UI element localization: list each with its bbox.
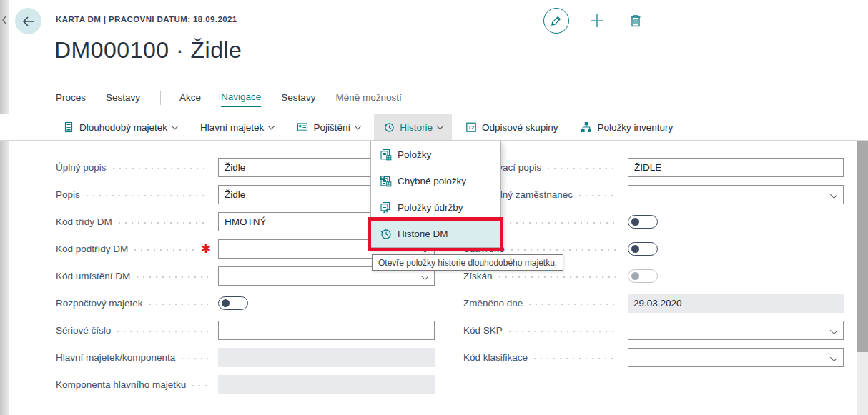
- kod-skp-select[interactable]: [628, 321, 844, 340]
- field-row-komponenta-hlavniho-majetku: Komponenta hlavního majetku: [56, 375, 435, 394]
- history-icon: [380, 228, 392, 240]
- dotted-leader: [511, 249, 618, 251]
- zmeneno-dne-field: 29.03.2020: [628, 294, 844, 313]
- toggle-knob: [631, 272, 639, 280]
- ziskan-toggle: [628, 269, 658, 283]
- menu-item-historie-dm[interactable]: Historie DM: [371, 221, 500, 247]
- field-value: Židle: [225, 189, 245, 200]
- ribbon-item-label: Pojištění: [313, 122, 350, 133]
- tab-akce[interactable]: Akce: [179, 92, 201, 106]
- ribbon-item-hlavni-majetek[interactable]: Hlavní majetek: [191, 114, 283, 140]
- chevron-down-icon[interactable]: [830, 327, 837, 334]
- dotted-leader: [548, 168, 618, 169]
- dotted-leader: [134, 249, 196, 251]
- field-label: Popis: [56, 189, 80, 200]
- neaktivni-toggle[interactable]: [628, 215, 658, 229]
- ribbon-item-odpisove-skupiny[interactable]: 12 Odpisové skupiny: [456, 114, 568, 140]
- dotted-leader: [137, 276, 208, 278]
- vyhledavaci-popis-input[interactable]: ŽIDLE: [628, 158, 844, 177]
- uzavreno-toggle[interactable]: [628, 242, 658, 256]
- entries-icon: [380, 149, 392, 161]
- fixed-asset-icon: [63, 121, 74, 133]
- back-button[interactable]: [15, 8, 41, 34]
- chevron-down-icon[interactable]: [830, 354, 837, 361]
- collapsed-side-rail: [0, 0, 9, 415]
- toggle-knob: [222, 299, 230, 307]
- menu-item-label: Položky údržby: [398, 202, 463, 213]
- tooltip-text: Otevře položky historie dlouhodobého maj…: [378, 258, 557, 268]
- odpovedny-zamestnanec-select[interactable]: [628, 185, 844, 204]
- field-label: Kód klasifikace: [463, 352, 528, 363]
- header-actions: [543, 8, 646, 34]
- ribbon-item-pojisteni[interactable]: Pojištění: [287, 114, 370, 140]
- error-entries-icon: [380, 175, 392, 187]
- menu-item-label: Historie DM: [398, 229, 448, 239]
- field-label: Změněno dne: [463, 298, 523, 309]
- seriove-cislo-input[interactable]: [218, 321, 435, 340]
- dotted-leader: [117, 331, 208, 332]
- history-icon: [383, 121, 395, 133]
- back-icon: [21, 14, 36, 29]
- field-row-kod-klasifikace: Kód klasifikace: [463, 348, 844, 367]
- field-row-neaktivni: Neaktivní: [463, 212, 844, 231]
- dotted-leader: [182, 358, 208, 359]
- field-value: 29.03.2020: [633, 298, 682, 309]
- field-row-rozpoctovy-majetek: Rozpočtový majetek: [56, 294, 435, 313]
- menu-item-polozky-udrzby[interactable]: Položky údržby: [371, 194, 500, 221]
- field-value: Židle: [225, 162, 245, 173]
- field-row-kod-skp: Kód SKP: [463, 321, 844, 340]
- field-label: Získán: [463, 271, 493, 281]
- tab-navigace[interactable]: Navigace: [221, 91, 261, 107]
- edit-icon: [550, 14, 563, 27]
- ribbon-item-label: Dlouhodobý majetek: [79, 122, 167, 133]
- toggle-knob: [631, 245, 639, 253]
- ribbon-item-polozky-inventury[interactable]: Položky inventury: [571, 114, 682, 140]
- dotted-leader: [149, 304, 208, 305]
- ribbon-item-label: Hlavní majetek: [200, 122, 264, 133]
- tab-mene-moznosti[interactable]: Méně možností: [335, 92, 401, 106]
- field-row-odpovedny-zamestnanec: Odpovědný zaměstnanec: [463, 185, 844, 204]
- chevron-down-icon[interactable]: [830, 191, 837, 199]
- chevron-down-icon: [268, 122, 275, 129]
- navigation-ribbon: Dlouhodobý majetek Hlavní majetek Pojišt…: [0, 114, 868, 141]
- delete-button[interactable]: [625, 8, 646, 34]
- field-label: Kód podtřídy DM: [56, 244, 128, 254]
- dotted-leader: [87, 195, 208, 196]
- edit-button[interactable]: [543, 8, 569, 34]
- rozpoctovy-majetek-toggle[interactable]: [218, 296, 248, 310]
- collapse-pane-icon[interactable]: [0, 13, 9, 27]
- tab-divider: [160, 91, 161, 105]
- menu-item-polozky[interactable]: Položky: [371, 141, 500, 168]
- field-row-zmeneno-dne: Změněno dne 29.03.2020: [463, 294, 844, 313]
- dotted-leader: [509, 331, 618, 332]
- ribbon-item-label: Položky inventury: [597, 122, 673, 133]
- scrollbar-thumb[interactable]: [857, 141, 868, 352]
- field-row-seriove-cislo: Sériové číslo: [56, 321, 435, 340]
- maintenance-entries-icon: [380, 201, 392, 214]
- ribbon-item-dlouhodoby-majetek[interactable]: Dlouhodobý majetek: [54, 114, 187, 140]
- chevron-down-icon: [172, 122, 179, 129]
- menu-item-label: Položky: [398, 149, 431, 160]
- dotted-leader: [113, 168, 208, 169]
- field-row-hlavni-majetek-komponenta: Hlavní majetek/komponenta: [56, 348, 435, 367]
- tab-sestavy-2[interactable]: Sestavy: [281, 92, 315, 106]
- new-button[interactable]: [586, 8, 608, 34]
- kod-klasifikace-select[interactable]: [628, 348, 844, 367]
- ribbon-item-label: Historie: [400, 122, 433, 133]
- ribbon-item-historie[interactable]: Historie: [374, 114, 452, 140]
- field-label: Rozpočtový majetek: [56, 298, 143, 309]
- field-value: ŽIDLE: [634, 162, 661, 173]
- tooltip: Otevře položky historie dlouhodobého maj…: [372, 254, 563, 271]
- menu-item-label: Chybné položky: [398, 176, 466, 186]
- field-label: Kód umístění DM: [56, 271, 130, 281]
- page-title: DM000100 · Židle: [54, 37, 242, 64]
- menu-item-chybne-polozky[interactable]: Chybné položky: [371, 168, 500, 194]
- chevron-down-icon[interactable]: [421, 273, 428, 280]
- tab-sestavy-1[interactable]: Sestavy: [106, 92, 140, 106]
- historie-dropdown-menu: Položky Chybné položky: [370, 141, 501, 248]
- tab-proces[interactable]: Proces: [56, 92, 86, 106]
- field-label: Sériové číslo: [56, 325, 111, 336]
- page-caption: KARTA DM | PRACOVNI DATUM: 18.09.2021: [56, 15, 237, 24]
- dotted-leader: [529, 304, 618, 305]
- komponenta-hlavniho-majetku-field: [218, 375, 435, 394]
